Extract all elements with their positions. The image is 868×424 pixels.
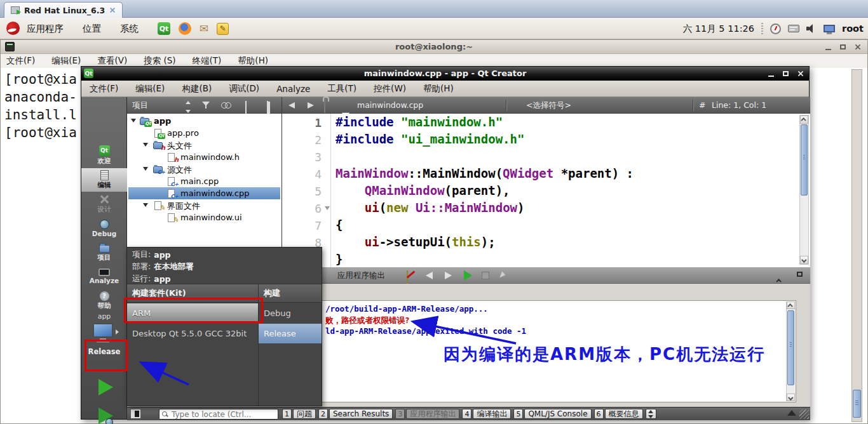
notes-launcher-icon[interactable]: ✎ <box>217 23 229 35</box>
terminal-titlebar[interactable]: root@xiaolong:~ <box>1 40 867 54</box>
forward-icon[interactable] <box>308 102 314 109</box>
keyboard-layout-icon[interactable] <box>788 25 799 32</box>
qtcreator-menu-4[interactable]: Analyze <box>276 84 310 94</box>
terminal-menu-5[interactable]: 帮助(H) <box>238 55 268 67</box>
tree-item-mainwindow.h[interactable]: hmainwindow.h <box>128 151 280 163</box>
tree-item-mainwindow.ui[interactable]: ✎mainwindow.ui <box>128 211 280 223</box>
redhat-menu-icon[interactable] <box>6 22 20 35</box>
panel-menu-1[interactable]: 位置 <box>80 23 104 35</box>
volume-icon[interactable] <box>806 24 817 33</box>
output-tabs-scroll-icon[interactable] <box>646 409 656 419</box>
rerun-icon[interactable] <box>464 270 472 281</box>
output-tab-1[interactable]: 1问题 <box>282 409 316 419</box>
maximize-pane-icon[interactable] <box>797 272 803 277</box>
output-scroll-down-icon[interactable] <box>787 394 795 401</box>
output-tab-4[interactable]: 4编译输出 <box>462 409 511 419</box>
lock-icon[interactable] <box>324 100 325 113</box>
user-name[interactable]: root <box>842 23 864 34</box>
terminal-menu-0[interactable]: 文件(F) <box>6 55 35 67</box>
terminal-minimize-icon[interactable] <box>825 49 831 50</box>
editor-scrollbar[interactable] <box>799 115 809 265</box>
vm-tab[interactable]: Red Hat Linux_6.3 <box>4 2 123 18</box>
system-monitor-icon[interactable] <box>770 23 781 34</box>
line-number-icon[interactable]: # <box>699 100 705 110</box>
tree-item-源文件[interactable]: C+源文件 <box>128 163 280 175</box>
terminal-maximize-icon[interactable] <box>840 44 846 50</box>
cancel-run-icon[interactable] <box>407 270 408 284</box>
qtcreator-menu-2[interactable]: 构建(B) <box>182 83 212 95</box>
tree-item-头文件[interactable]: h头文件 <box>128 139 280 151</box>
qtcreator-menu-7[interactable]: 帮助(H) <box>423 83 454 95</box>
collapse-pane-icon[interactable] <box>778 273 782 285</box>
output-scrollbar[interactable] <box>786 301 795 401</box>
previous-item-icon[interactable] <box>426 272 433 279</box>
qtcreator-menu-3[interactable]: 调试(D) <box>229 83 259 95</box>
mode-设计[interactable]: 设计 <box>81 192 127 216</box>
kit-option-Desktop Qt 5.5.0 GCC 32bit[interactable]: Desktop Qt 5.5.0 GCC 32bit <box>127 324 258 343</box>
tree-item-app[interactable]: Qtapp <box>128 115 280 127</box>
locator-input[interactable] <box>170 409 266 420</box>
terminal-close-icon[interactable] <box>855 44 861 50</box>
qtcreator-menu-6[interactable]: 控件(W) <box>374 83 406 95</box>
expand-arrow-icon[interactable] <box>143 143 148 147</box>
output-scroll-up-icon[interactable] <box>787 301 795 309</box>
fold-marker-icon[interactable] <box>325 206 330 210</box>
locator-box[interactable] <box>159 409 278 420</box>
panel-clock[interactable]: 六 11月 5 11:26 <box>683 23 754 35</box>
qtcreator-close-icon[interactable] <box>798 71 804 77</box>
qtcreator-menu-1[interactable]: 编辑(E) <box>135 83 165 95</box>
qtcreator-menu-5[interactable]: 工具(T) <box>327 83 356 95</box>
network-display-icon[interactable] <box>824 25 835 32</box>
build-option-Debug[interactable]: Debug <box>259 303 322 323</box>
back-icon[interactable] <box>288 102 295 109</box>
output-tab-2[interactable]: 2Search Results <box>318 409 393 419</box>
mail-launcher-icon[interactable]: ✉ <box>200 22 208 35</box>
symbol-combo[interactable]: <选择符号> <box>526 100 571 111</box>
resize-grip[interactable] <box>799 409 809 419</box>
terminal-menu-3[interactable]: 搜索 (S) <box>144 55 175 67</box>
close-sidebar-icon[interactable] <box>267 101 268 114</box>
mode-欢迎[interactable]: Qt欢迎 <box>81 143 127 167</box>
scroll-up-icon[interactable] <box>800 116 808 124</box>
expand-arrow-icon[interactable] <box>143 167 148 171</box>
toggle-sidebar-icon[interactable] <box>131 409 140 418</box>
split-pane-icon[interactable] <box>245 101 247 114</box>
terminal-menu-1[interactable]: 编辑(E) <box>51 55 81 67</box>
expand-arrow-icon[interactable] <box>131 119 136 123</box>
output-tab-6[interactable]: 6概要信息 <box>594 409 643 419</box>
mode-帮助[interactable]: ?帮助 <box>81 289 127 312</box>
code-editor[interactable]: 123456789 #include "mainwindow.h"#includ… <box>282 114 810 267</box>
tree-item-mainwindow.cpp[interactable]: C+mainwindow.cpp <box>128 187 280 199</box>
expand-arrow-icon[interactable] <box>143 203 148 207</box>
firefox-launcher-icon[interactable] <box>179 22 191 35</box>
qtcreator-maximize-icon[interactable] <box>783 71 789 76</box>
qtcreator-minimize-icon[interactable] <box>768 76 774 77</box>
open-file-combo[interactable]: mainwindow.cpp <box>357 100 423 110</box>
output-tab-5[interactable]: 5QML/JS Console <box>513 409 591 419</box>
scroll-down-icon[interactable] <box>800 256 808 264</box>
panel-menu-2[interactable]: 系统 <box>118 23 141 35</box>
tree-item-界面文件[interactable]: ✎界面文件 <box>128 199 280 211</box>
mode-项目[interactable]: 项目 <box>81 241 127 264</box>
mode-编辑[interactable]: 编辑 <box>81 168 127 192</box>
mode-analyze[interactable]: Analyze <box>81 265 127 288</box>
terminal-menu-4[interactable]: 终端(T) <box>193 55 222 67</box>
attach-icon[interactable] <box>499 271 506 279</box>
tree-item-main.cpp[interactable]: C+main.cpp <box>128 175 280 187</box>
kit-selector-button[interactable] <box>93 323 113 338</box>
run-button[interactable] <box>98 379 113 395</box>
mode-debug[interactable]: Debug <box>81 216 127 240</box>
next-item-icon[interactable] <box>445 272 452 279</box>
build-option-Release[interactable]: Release <box>259 324 322 343</box>
terminal-scrollbar[interactable] <box>851 69 862 422</box>
expand-output-icon[interactable] <box>787 410 796 416</box>
vm-tab-close-icon[interactable] <box>110 8 115 13</box>
panel-menu-0[interactable]: 应用程序 <box>24 23 66 35</box>
output-scrollbar-thumb[interactable] <box>787 310 794 385</box>
qtcreator-menu-0[interactable]: 文件(F) <box>90 83 118 95</box>
qtcreator-titlebar[interactable]: Qt mainwindow.cpp - app - Qt Creator <box>81 67 809 81</box>
terminal-scrollbar-thumb[interactable] <box>853 390 861 418</box>
qt-launcher-icon[interactable]: Qt <box>158 22 170 35</box>
output-tab-3[interactable]: 3应用程序输出 <box>395 409 459 419</box>
editor-scrollbar-thumb[interactable] <box>801 124 808 195</box>
